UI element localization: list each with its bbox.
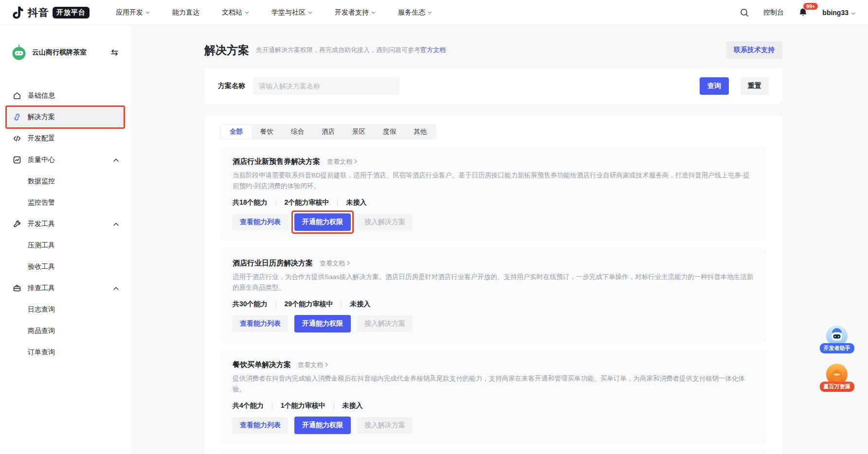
chevron-down-icon bbox=[245, 11, 249, 14]
primary-nav: 应用开发 能力直达 文档站 学堂与社区 开发者支持 服务生态 bbox=[116, 8, 432, 17]
reset-button[interactable]: 重置 bbox=[741, 77, 769, 95]
view-docs-link[interactable]: 查看文档 bbox=[320, 259, 350, 268]
solution-description: 适用于酒店行业，为合作方提供Saas接入解决方案。酒店日历房是针对酒店行业客户开… bbox=[233, 272, 754, 293]
workspace-avatar bbox=[11, 44, 27, 61]
official-docs-link[interactable]: 官方文档 bbox=[420, 46, 446, 53]
solution-name-label: 方案名称 bbox=[218, 82, 245, 90]
stat-status: 未接入 bbox=[346, 198, 366, 207]
username: bbing33 bbox=[822, 9, 849, 17]
sidebar-item-troubleshoot-tools[interactable]: 排查工具 bbox=[7, 279, 124, 298]
sidebar-item-log-query[interactable]: 日志查询 bbox=[7, 300, 124, 319]
view-capability-list-button[interactable]: 查看能力列表 bbox=[233, 214, 288, 230]
solution-card: 餐饮买单解决方案 查看文档 提供消费者在抖音内完成输入消费金额后在抖音端内完成代… bbox=[220, 350, 767, 444]
chevron-up-icon bbox=[113, 223, 119, 226]
query-button[interactable]: 查询 bbox=[700, 77, 729, 95]
search-icon[interactable] bbox=[740, 8, 749, 17]
sidebar-item-quality-center[interactable]: 质量中心 bbox=[7, 150, 124, 170]
divider bbox=[334, 402, 334, 409]
chevron-up-icon bbox=[113, 287, 119, 290]
switch-workspace-icon[interactable] bbox=[110, 49, 119, 56]
nav-item-ecosystem[interactable]: 服务生态 bbox=[398, 8, 432, 17]
page-title: 解决方案 bbox=[204, 43, 249, 58]
solution-description: 当前阶段申请需要联系抖音BD提前建联，适用于酒店、民宿等酒店行业客户。基于日历房… bbox=[233, 170, 754, 192]
chevron-down-icon bbox=[371, 11, 376, 14]
million-resources-widget[interactable]: 赢百万资源 bbox=[820, 363, 854, 392]
solutions-panel: 全部 餐饮 综合 酒店 景区 度假 其他 酒店行业新预售券解决方案 查看文档 当… bbox=[204, 115, 782, 454]
sidebar-item-dev-config[interactable]: 开发配置 bbox=[7, 129, 124, 148]
developer-assistant-widget[interactable]: 开发者助手 bbox=[820, 325, 854, 353]
page-subtitle: 先开通解决方案权限，再完成自助化接入，遇到问题可参考官方文档 bbox=[256, 46, 446, 54]
sidebar-item-product-query[interactable]: 商品查询 bbox=[7, 321, 124, 341]
tab-other[interactable]: 其他 bbox=[405, 125, 435, 139]
chart-icon bbox=[13, 156, 21, 164]
sidebar: 云山商行棋牌茶室 基础信息 解决方案 开发配置 bbox=[0, 25, 131, 454]
workspace-header: 云山商行棋牌茶室 bbox=[0, 42, 131, 63]
next-solution-card-peek bbox=[220, 450, 767, 454]
brand-logo[interactable]: 抖音 开放平台 bbox=[13, 6, 90, 19]
solution-stats: 共18个能力 2个能力审核中 未接入 bbox=[233, 198, 754, 207]
code-icon bbox=[13, 134, 21, 143]
console-link[interactable]: 控制台 bbox=[763, 8, 784, 17]
contact-support-button[interactable]: 联系技术支持 bbox=[726, 41, 782, 59]
view-capability-list-button[interactable]: 查看能力列表 bbox=[233, 315, 288, 332]
stat-reviewing: 2个能力审核中 bbox=[285, 198, 329, 207]
tab-catering[interactable]: 餐饮 bbox=[252, 125, 282, 139]
solution-name-input[interactable] bbox=[253, 77, 400, 95]
chevron-up-icon bbox=[113, 158, 119, 162]
stat-reviewing: 29个能力审核中 bbox=[285, 300, 333, 309]
integrate-solution-button: 接入解决方案 bbox=[357, 214, 413, 230]
chevron-down-icon bbox=[308, 11, 312, 14]
view-docs-link[interactable]: 查看文档 bbox=[298, 361, 328, 369]
sidebar-item-order-query[interactable]: 订单查询 bbox=[7, 343, 124, 362]
nav-item-app-dev[interactable]: 应用开发 bbox=[116, 8, 150, 17]
douyin-note-icon bbox=[13, 6, 24, 19]
notification-bell[interactable]: 99+ bbox=[798, 8, 808, 17]
nav-item-capability[interactable]: 能力直达 bbox=[172, 8, 199, 17]
tab-all[interactable]: 全部 bbox=[221, 125, 252, 139]
sidebar-item-data-monitor[interactable]: 数据监控 bbox=[7, 172, 124, 191]
chevron-right-icon bbox=[347, 260, 350, 267]
tab-vacation[interactable]: 度假 bbox=[374, 125, 405, 139]
tab-hotel[interactable]: 酒店 bbox=[313, 125, 344, 139]
open-capability-permission-button[interactable]: 开通能力权限 bbox=[294, 417, 351, 434]
sidebar-item-monitor-alert[interactable]: 监控告警 bbox=[7, 193, 124, 212]
wrench-icon bbox=[13, 220, 21, 228]
chevron-down-icon bbox=[428, 11, 432, 14]
divider bbox=[337, 199, 338, 206]
view-docs-link[interactable]: 查看文档 bbox=[327, 157, 357, 166]
sidebar-item-solutions[interactable]: 解决方案 bbox=[7, 107, 124, 127]
solution-description: 提供消费者在抖音内完成输入消费金额后在抖音端内完成代金券核销及尾款支付的能力，支… bbox=[233, 373, 754, 395]
resources-label: 赢百万资源 bbox=[820, 382, 854, 392]
floating-widgets: 开发者助手 赢百万资源 bbox=[821, 325, 852, 392]
tab-general[interactable]: 综合 bbox=[282, 125, 313, 139]
divider bbox=[272, 402, 272, 409]
sidebar-item-basic-info[interactable]: 基础信息 bbox=[7, 86, 124, 105]
chevron-down-icon bbox=[145, 11, 150, 14]
workspace-name: 云山商行棋牌茶室 bbox=[32, 48, 87, 57]
sidebar-item-stress-tool[interactable]: 压测工具 bbox=[7, 236, 124, 255]
chevron-right-icon bbox=[325, 361, 328, 368]
filter-card: 方案名称 查询 重置 bbox=[204, 68, 782, 104]
chevron-right-icon bbox=[354, 158, 357, 165]
main-area: 解决方案 先开通解决方案权限，再完成自助化接入，遇到问题可参考官方文档 联系技术… bbox=[131, 25, 868, 454]
stat-status: 未接入 bbox=[350, 300, 370, 309]
open-capability-permission-button[interactable]: 开通能力权限 bbox=[294, 213, 351, 231]
brand-badge: 开放平台 bbox=[53, 7, 90, 18]
sidebar-item-acceptance-tool[interactable]: 验收工具 bbox=[7, 257, 124, 277]
solution-card: 酒店行业新预售券解决方案 查看文档 当前阶段申请需要联系抖音BD提前建联，适用于… bbox=[220, 147, 767, 241]
open-capability-permission-button[interactable]: 开通能力权限 bbox=[294, 315, 351, 332]
integrate-solution-button: 接入解决方案 bbox=[357, 315, 413, 332]
sidebar-menu: 基础信息 解决方案 开发配置 质量中心 数据监控 监控告警 bbox=[0, 86, 131, 362]
nav-item-academy[interactable]: 学堂与社区 bbox=[271, 8, 312, 17]
solution-card: 酒店行业日历房解决方案 查看文档 适用于酒店行业，为合作方提供Saas接入解决方… bbox=[220, 248, 767, 343]
nav-item-support[interactable]: 开发者支持 bbox=[335, 8, 376, 17]
sidebar-item-dev-tools[interactable]: 开发工具 bbox=[7, 214, 124, 234]
nav-item-docs[interactable]: 文档站 bbox=[222, 8, 249, 17]
page-header: 解决方案 先开通解决方案权限，再完成自助化接入，遇到问题可参考官方文档 联系技术… bbox=[204, 42, 782, 58]
view-capability-list-button[interactable]: 查看能力列表 bbox=[233, 417, 288, 434]
solution-title: 酒店行业日历房解决方案 bbox=[233, 259, 313, 268]
stat-total: 共18个能力 bbox=[233, 198, 268, 207]
toolbox-icon bbox=[13, 284, 21, 293]
tab-scenic[interactable]: 景区 bbox=[344, 125, 374, 139]
user-menu[interactable]: bbing33 bbox=[822, 9, 855, 17]
